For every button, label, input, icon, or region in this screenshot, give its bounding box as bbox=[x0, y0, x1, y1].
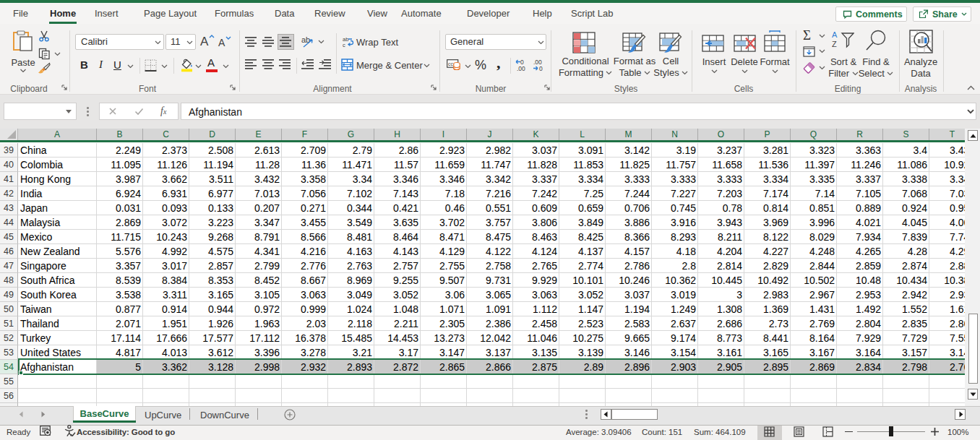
svg-text:A: A bbox=[832, 30, 838, 39]
svg-text:0: 0 bbox=[539, 65, 543, 72]
svg-text:cc: cc bbox=[448, 61, 454, 66]
svg-text:.00: .00 bbox=[517, 65, 525, 72]
svg-text:Z: Z bbox=[832, 40, 837, 48]
svg-text:c: c bbox=[343, 42, 345, 48]
